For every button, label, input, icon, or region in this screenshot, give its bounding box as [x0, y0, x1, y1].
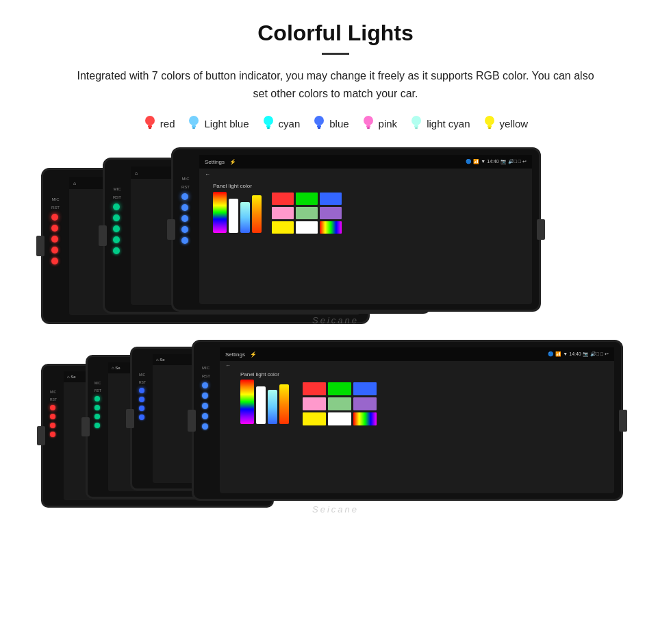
device-unit-3: MIC RST Settings ⚡ 🔵 📶 ▼ 14:40 📷 🔊□ □ ↩ … — [171, 147, 541, 312]
red-bulb-icon — [143, 114, 157, 132]
watermark-top: Seicane — [312, 315, 359, 325]
svg-rect-6 — [192, 127, 195, 129]
color-item-lightcyan: light cyan — [409, 114, 470, 132]
svg-rect-2 — [148, 125, 152, 127]
side-buttons-3: MIC RST — [181, 177, 190, 244]
mount-left-2 — [99, 225, 107, 246]
svg-rect-12 — [318, 127, 320, 129]
svg-point-10 — [314, 116, 324, 125]
svg-point-0 — [145, 116, 155, 125]
color-label-red: red — [160, 118, 175, 129]
svg-rect-17 — [414, 125, 418, 127]
color-bars-container: Panel light color — [213, 183, 262, 233]
color-list: red Light blue cyan — [143, 114, 528, 132]
bottom-color-bars: Panel light color — [240, 371, 289, 424]
svg-rect-15 — [367, 127, 370, 129]
side-buttons-1: MIC RST — [51, 197, 60, 264]
bottom-main-screen: Settings ⚡ 🔵 📶 ▼ 14:40 📷 🔊□ □ ↩ ← Panel … — [220, 347, 614, 493]
page-title: Colorful Lights — [257, 21, 414, 46]
mount-left-1 — [36, 236, 45, 256]
svg-point-7 — [264, 116, 273, 125]
svg-rect-20 — [488, 125, 492, 127]
color-item-red: red — [143, 114, 175, 132]
mount-right-3 — [537, 219, 545, 240]
color-label-yellow: yellow — [500, 118, 529, 129]
svg-rect-9 — [267, 127, 270, 129]
color-item-yellow: yellow — [483, 114, 529, 132]
svg-point-4 — [189, 116, 199, 125]
bottom-panel-label: Panel light color — [240, 371, 289, 377]
power-btn-1[interactable] — [51, 214, 58, 221]
title-divider — [322, 53, 349, 55]
color-swatches — [272, 193, 342, 234]
pink-bulb-icon — [362, 114, 375, 132]
watermark-bottom: Seicane — [312, 504, 359, 515]
mount-left-3 — [167, 219, 175, 240]
blue-bulb-icon — [312, 114, 326, 132]
panel-light-label: Panel light color — [213, 183, 262, 189]
svg-point-16 — [412, 116, 421, 125]
bottom-panel-section: Panel light color — [220, 370, 614, 427]
bottom-color-swatches — [303, 382, 377, 425]
color-label-cyan: cyan — [279, 118, 301, 129]
color-item-blue: blue — [312, 114, 349, 132]
panel-light-section: Panel light color — [199, 180, 532, 236]
svg-rect-5 — [192, 125, 196, 127]
svg-rect-8 — [266, 125, 270, 127]
color-item-cyan: cyan — [262, 114, 301, 132]
color-label-blue: blue — [329, 118, 349, 129]
color-item-lightblue: Light blue — [187, 114, 249, 132]
svg-point-19 — [485, 116, 494, 125]
page-description: Integrated with 7 colors of button indic… — [75, 67, 596, 102]
svg-rect-18 — [415, 127, 418, 129]
svg-rect-11 — [317, 125, 321, 127]
color-label-pink: pink — [379, 118, 398, 129]
lightcyan-bulb-icon — [409, 114, 423, 132]
main-screen-3: Settings ⚡ 🔵 📶 ▼ 14:40 📷 🔊□ □ ↩ ← Panel … — [199, 155, 532, 304]
svg-point-13 — [364, 116, 373, 125]
svg-rect-21 — [488, 127, 491, 129]
color-item-pink: pink — [362, 114, 398, 132]
svg-rect-3 — [149, 127, 151, 129]
bottom-device-row: MIC RST ⌂ Se← MIC RST — [41, 340, 630, 518]
side-buttons-2: MIC RST — [113, 187, 121, 254]
bottom-device-4: MIC RST Settings ⚡ 🔵 📶 ▼ 14:40 📷 🔊□ □ ↩ … — [192, 340, 623, 501]
color-label-lightblue: Light blue — [204, 118, 249, 129]
cyan-bulb-icon — [262, 114, 275, 132]
color-label-lightcyan: light cyan — [427, 118, 470, 129]
top-device-row: MIC RST ⌂← MIC RST — [41, 147, 630, 329]
lightblue-bulb-icon — [187, 114, 201, 132]
svg-rect-14 — [366, 125, 370, 127]
yellow-bulb-icon — [483, 114, 496, 132]
